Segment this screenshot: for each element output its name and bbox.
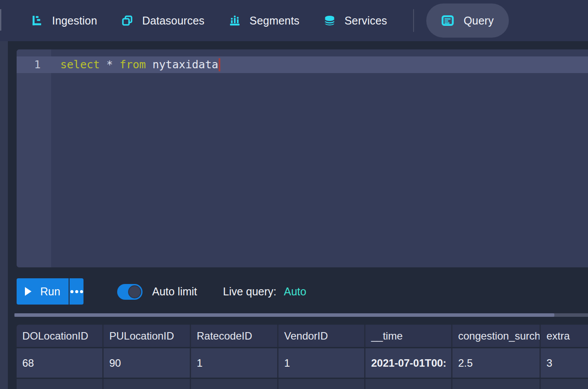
- toggle-knob: [128, 285, 141, 298]
- auto-limit-toggle[interactable]: [117, 284, 143, 300]
- run-button[interactable]: Run: [17, 278, 69, 305]
- collapsed-column-tree-panel[interactable]: [0, 41, 8, 389]
- play-icon: [25, 287, 31, 296]
- line-number: 1: [17, 56, 41, 73]
- gantt-chart-icon: [31, 15, 43, 26]
- ellipsis-icon: [80, 290, 83, 293]
- column-header[interactable]: DOLocationID: [17, 325, 104, 347]
- column-header[interactable]: PULocationID: [104, 325, 191, 347]
- tab-ingestion-label: Ingestion: [52, 14, 97, 27]
- sql-star: *: [106, 56, 119, 73]
- results-header-row: DOLocationID PULocationID RatecodeID Ven…: [17, 325, 588, 347]
- query-editor[interactable]: 1 select * from nytaxidata: [17, 49, 588, 267]
- stacked-squares-icon: [122, 15, 133, 26]
- column-header[interactable]: extra: [541, 325, 588, 347]
- live-query-control: Live query: Auto: [223, 278, 306, 305]
- tab-segments[interactable]: Segments: [229, 14, 299, 27]
- horizontal-scrollbar-thumb[interactable]: [14, 313, 554, 317]
- table-cell[interactable]: 1: [191, 348, 278, 378]
- table-cell-time[interactable]: 2021-07-01T00:: [365, 348, 452, 378]
- code-line[interactable]: select * from nytaxidata: [60, 56, 220, 73]
- console-icon: [441, 14, 454, 27]
- table-row: 68 90 1 1 2021-07-01T00: 2.5 3: [17, 348, 588, 378]
- horizontal-scrollbar-track[interactable]: [14, 313, 588, 317]
- sql-keyword: select: [60, 56, 106, 73]
- tab-services[interactable]: Services: [324, 14, 387, 27]
- ellipsis-icon: [70, 290, 73, 293]
- tab-query-label: Query: [463, 14, 494, 27]
- table-cell[interactable]: 90: [104, 348, 191, 378]
- column-header[interactable]: VendorID: [278, 325, 365, 347]
- ellipsis-icon: [75, 290, 78, 293]
- table-cell[interactable]: 3: [541, 348, 588, 378]
- tab-query[interactable]: Query: [426, 4, 508, 38]
- sql-keyword: from: [119, 56, 152, 73]
- nav-separator: [413, 9, 414, 32]
- sql-identifier: nytaxidata: [153, 56, 219, 73]
- text-cursor: [219, 58, 220, 71]
- tab-datasources-label: Datasources: [142, 14, 205, 27]
- live-query-label: Live query:: [223, 285, 276, 298]
- tab-services-label: Services: [344, 14, 387, 27]
- tab-segments-label: Segments: [250, 14, 299, 27]
- druid-console: Ingestion Datasources: [0, 0, 588, 389]
- column-header[interactable]: __time: [365, 325, 452, 347]
- top-nav: Ingestion Datasources: [0, 0, 588, 41]
- table-cell[interactable]: 68: [17, 348, 104, 378]
- table-cell[interactable]: 1: [278, 348, 365, 378]
- table-row-partial: [17, 379, 588, 389]
- nav-left-divider: [0, 9, 1, 31]
- database-icon: [324, 15, 335, 26]
- auto-limit-label: Auto limit: [152, 278, 197, 305]
- table-cell[interactable]: 2.5: [452, 348, 541, 378]
- query-results-table: DOLocationID PULocationID RatecodeID Ven…: [17, 325, 588, 389]
- column-header[interactable]: RatecodeID: [191, 325, 278, 347]
- column-header[interactable]: congestion_surcharge: [452, 325, 541, 347]
- timeline-bar-chart-icon: [229, 15, 240, 26]
- run-button-label: Run: [40, 285, 60, 298]
- editor-gutter: [17, 49, 51, 267]
- tab-ingestion[interactable]: Ingestion: [31, 14, 97, 27]
- live-query-value[interactable]: Auto: [284, 285, 306, 298]
- tab-datasources[interactable]: Datasources: [122, 14, 205, 27]
- run-more-button[interactable]: [70, 278, 84, 305]
